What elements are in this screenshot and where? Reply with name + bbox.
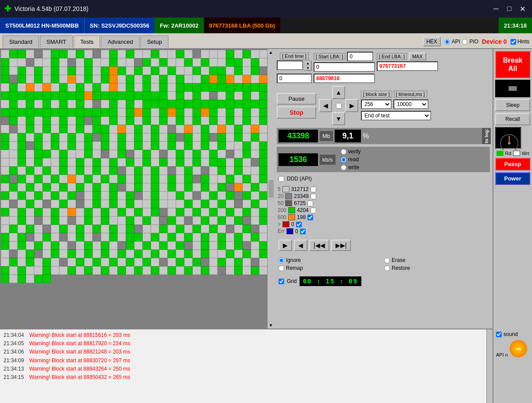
log-scrollbar[interactable] [486, 329, 493, 403]
nav-checkbox[interactable] [336, 103, 342, 109]
grid-cell-8 [68, 50, 76, 58]
play-button[interactable]: ▶ [278, 240, 292, 251]
sleep-button[interactable]: Sleep [495, 99, 530, 111]
rewind-button[interactable]: ◀ [294, 240, 307, 251]
legend-cb-600[interactable] [307, 215, 313, 220]
write-radio[interactable] [341, 165, 346, 170]
tab-setup[interactable]: Setup [140, 35, 168, 48]
end-time-spinner[interactable]: ▲ ▼ [304, 60, 312, 71]
grid-cell-741 [43, 241, 51, 250]
grid-cell-127 [259, 75, 268, 83]
grid-cell-841 [76, 266, 84, 275]
grid-cell-267 [93, 117, 101, 125]
close-button[interactable]: ✕ [517, 4, 528, 14]
erase-option[interactable]: Erase [384, 257, 488, 263]
grid-cell-23 [193, 50, 201, 58]
grid-cell-175 [126, 92, 134, 100]
recall-button[interactable]: Recall [495, 113, 530, 125]
grid-cell-866 [18, 275, 26, 283]
prev-button[interactable]: |◀◀ [309, 240, 329, 251]
nav-right[interactable]: ▶ [345, 99, 358, 112]
spinner-down[interactable]: ▼ [304, 66, 311, 71]
current-lba2[interactable] [314, 74, 375, 83]
rs-button[interactable]: to log: [482, 128, 491, 144]
grid-cell-583 [59, 200, 68, 208]
nav-up[interactable]: ▲ [332, 86, 345, 99]
remap-radio[interactable] [278, 265, 284, 271]
legend-cb-err[interactable] [300, 229, 306, 234]
grid-cell-396 [101, 150, 109, 158]
max-button[interactable]: MAX [409, 53, 426, 60]
grid-cell-466 [151, 166, 159, 175]
nav-center-checkbox[interactable] [332, 99, 345, 112]
grid-cell-693 [176, 225, 184, 233]
minimize-button[interactable]: ─ [491, 4, 501, 14]
hex-button[interactable]: HEX [423, 37, 441, 46]
block-size-label: [ block size ] [361, 91, 392, 98]
tab-smart[interactable]: SMART [40, 35, 73, 48]
scroll-thumb[interactable] [268, 180, 274, 198]
grid-cell-455 [59, 166, 68, 175]
tab-advanced[interactable]: Advanced [101, 35, 139, 48]
erase-radio[interactable] [384, 258, 390, 263]
grid-cell-28 [234, 50, 243, 58]
grid-cell-364 [101, 141, 109, 150]
ignore-option[interactable]: Ignore [278, 257, 382, 263]
passp-button[interactable]: Passp [495, 158, 530, 170]
stop-button[interactable]: Stop [277, 106, 316, 119]
grid-cell-611 [26, 208, 34, 216]
end-time-input[interactable] [277, 60, 303, 70]
hints-checkbox[interactable] [511, 39, 516, 45]
sound-checkbox[interactable] [496, 332, 502, 337]
grid-checkbox[interactable] [278, 279, 284, 284]
legend-cb-5[interactable] [311, 187, 316, 192]
restore-option[interactable]: Restore [384, 265, 488, 271]
grid-cell-57 [209, 58, 218, 67]
legend-cb-200[interactable] [311, 208, 316, 213]
verify-option[interactable]: verify [341, 148, 361, 155]
grid-cell-266 [84, 117, 93, 125]
remap-option[interactable]: Remap [278, 265, 382, 271]
pio-radio[interactable] [462, 39, 468, 45]
legend-cb-gt[interactable] [296, 222, 302, 227]
grid-cell-374 [184, 141, 193, 150]
scroll-up-arrow[interactable]: ▲ [268, 49, 274, 56]
log-area[interactable]: 21:34:04Warning! Block start at 88815616… [0, 329, 493, 403]
grid-cell-670 [251, 216, 259, 225]
read-radio[interactable] [341, 157, 346, 163]
pause-button[interactable]: Pause [277, 93, 316, 105]
spinner-up[interactable]: ▲ [304, 61, 311, 66]
end-lba-input[interactable] [377, 61, 438, 71]
legend-cb-20[interactable] [311, 194, 316, 199]
grid-cell-760 [201, 241, 209, 250]
grid-cell-260 [34, 117, 43, 125]
next-button[interactable]: ▶▶| [331, 240, 351, 251]
api-radio[interactable] [444, 39, 450, 45]
verify-radio[interactable] [341, 149, 346, 155]
grid-cell-783 [126, 250, 134, 258]
ddd-checkbox[interactable] [278, 176, 284, 182]
start-lba-value[interactable] [347, 52, 373, 61]
break-all-button[interactable]: Break All [495, 51, 530, 78]
current-lba1[interactable] [277, 74, 312, 83]
block-size-select[interactable]: 256 [361, 99, 392, 109]
timeout-select[interactable]: 10000 [393, 99, 428, 109]
grid-cell-353 [9, 141, 18, 150]
ignore-radio[interactable] [278, 258, 284, 263]
write-option[interactable]: write [341, 164, 361, 170]
start-lba-input[interactable]: 0 [314, 62, 375, 72]
read-option[interactable]: read [341, 156, 361, 163]
nav-left[interactable]: ◀ [319, 99, 332, 112]
nav-down[interactable]: ▼ [332, 112, 345, 125]
scroll-down-arrow[interactable]: ▼ [268, 322, 274, 329]
tab-standard[interactable]: Standard [3, 35, 39, 48]
grid-scrollbar[interactable]: ▲ ▼ [267, 49, 274, 329]
grid-cell-865 [9, 275, 18, 283]
tab-tests[interactable]: Tests [74, 35, 100, 48]
restore-radio[interactable] [384, 265, 390, 271]
end-of-test-select[interactable]: End of test Stop Restart Suspend [361, 111, 431, 120]
maximize-button[interactable]: □ [504, 4, 514, 14]
power-button[interactable]: Power [495, 172, 530, 185]
legend-cb-50[interactable] [307, 201, 313, 206]
grid-cell-785 [143, 250, 151, 258]
